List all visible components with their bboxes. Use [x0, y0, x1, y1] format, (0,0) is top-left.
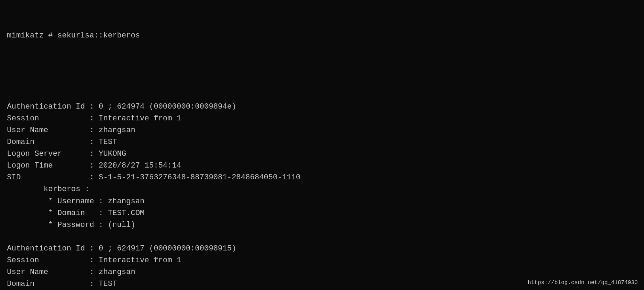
block1-line7: SID : S-1-5-21-3763276348-88739081-28486…: [7, 172, 637, 184]
block1-line8: kerberos :: [7, 184, 637, 195]
watermark: https://blog.csdn.net/qq_41874930: [528, 280, 638, 286]
block1-line9: * Username : zhangsan: [7, 196, 637, 207]
block1-line5: Logon Server : YUKONG: [7, 148, 637, 160]
block2-line1: Authentication Id : 0 ; 624917 (00000000…: [7, 243, 637, 255]
block2-line3: User Name : zhangsan: [7, 266, 637, 278]
blank-after-block1: [7, 231, 637, 243]
terminal-content: Authentication Id : 0 ; 624974 (00000000…: [7, 101, 637, 290]
prompt-line: mimikatz # sekurlsa::kerberos: [7, 30, 637, 42]
blank-line-1: [7, 65, 637, 77]
block1-line4: Domain : TEST: [7, 136, 637, 148]
block1-line11: * Password : (null): [7, 219, 637, 231]
block2-line2: Session : Interactive from 1: [7, 255, 637, 266]
block1-line6: Logon Time : 2020/8/27 15:54:14: [7, 160, 637, 172]
terminal-window: mimikatz # sekurlsa::kerberos Authentica…: [0, 0, 644, 290]
block1-line3: User Name : zhangsan: [7, 125, 637, 136]
block1-line2: Session : Interactive from 1: [7, 113, 637, 125]
block1-line1: Authentication Id : 0 ; 624974 (00000000…: [7, 101, 637, 113]
block1-line10: * Domain : TEST.COM: [7, 207, 637, 219]
